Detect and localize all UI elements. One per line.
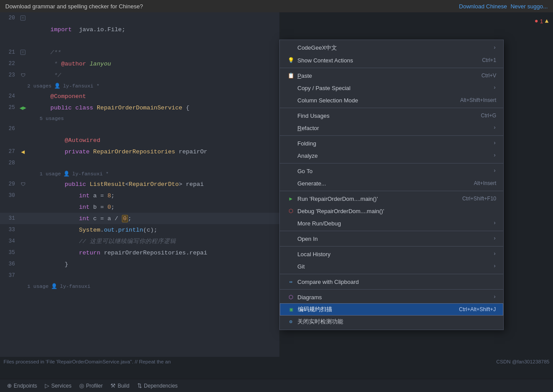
code-line: import java.io.File; — [0, 24, 279, 35]
code-line: 25 ◀ ▶ public class RepairOrderDomainSer… — [0, 102, 279, 113]
build-icon: ⚒ — [110, 382, 116, 389]
code-editor[interactable]: 20 - import java.io.File; 21 - /** 22 * — [0, 12, 279, 367]
run-icon[interactable]: ▶ — [23, 105, 26, 111]
menu-item-folding[interactable]: Folding › — [280, 137, 503, 149]
usage-user: ly-fansuxi — [60, 283, 90, 289]
notification-text: Download grammar and spelling checker fo… — [5, 3, 455, 10]
code-line: 37 — [0, 270, 279, 281]
debug-icon: ⬡ — [287, 208, 295, 214]
never-suggest-link[interactable]: Never suggo... — [510, 3, 548, 10]
menu-item-copy-paste-special[interactable]: Copy / Paste Special › — [280, 82, 503, 94]
arrow-icon: › — [493, 251, 496, 257]
warn-icon: ▲ — [545, 18, 549, 25]
line-num: 35 — [0, 250, 18, 256]
toolbar-label-dependencies: Dependencies — [144, 383, 178, 389]
bulb-icon: 💡 — [287, 57, 295, 64]
endpoints-icon: ⊕ — [7, 382, 12, 389]
menu-item-paste[interactable]: 📋 Paste Ctrl+V — [280, 69, 503, 82]
menu-label-analyze: Analyze — [297, 152, 491, 159]
menu-item-codegee[interactable]: CodeGeeX中文 › — [280, 42, 503, 54]
fold-icon[interactable]: - — [20, 50, 26, 55]
menu-item-find-usages[interactable]: Find Usages Ctrl+G — [280, 109, 503, 122]
toolbar-endpoints[interactable]: ⊕ Endpoints — [4, 381, 40, 391]
menu-item-column-select[interactable]: Column Selection Mode Alt+Shift+Insert — [280, 94, 503, 106]
toolbar-build[interactable]: ⚒ Build — [107, 381, 133, 391]
line-num: 34 — [0, 238, 18, 244]
yellow-indicator: ◀ — [21, 148, 25, 156]
menu-item-realtime[interactable]: ⊙ 关闭实时检测功能 — [280, 316, 503, 328]
fold-icon[interactable]: - — [20, 15, 26, 21]
menu-label-more-run: More Run/Debug — [297, 220, 491, 227]
toolbar-profiler[interactable]: ◎ Profiler — [76, 381, 106, 391]
paste-icon: 📋 — [287, 73, 295, 79]
menu-label-debug: Debug 'RepairOrderDom....main()' — [297, 208, 487, 214]
menu-item-code-scan[interactable]: ▣ 编码规约扫描 Ctrl+Alt+Shift+J — [280, 303, 503, 316]
context-menu: CodeGeeX中文 › 💡 Show Context Actions Ctrl… — [279, 40, 504, 330]
line-num: 27 — [0, 149, 18, 155]
line-gutter: ◀ — [18, 148, 27, 156]
menu-item-goto[interactable]: Go To › — [280, 165, 503, 177]
arrow-icon: › — [493, 168, 496, 174]
arrow-icon: › — [493, 152, 496, 159]
shortcut-run: Ctrl+Shift+F10 — [462, 196, 496, 202]
toolbar-dependencies[interactable]: ⇅ Dependencies — [134, 381, 181, 391]
download-chinese-link[interactable]: Download Chinese — [459, 3, 507, 10]
arrow-icon: › — [493, 236, 496, 242]
menu-label-run: Run 'RepairOrderDom....main()' — [297, 196, 454, 202]
arrow-icon: › — [493, 220, 496, 226]
menu-label-folding: Folding — [297, 140, 491, 147]
menu-label-open-in: Open In — [297, 236, 491, 242]
arrow-icon: › — [493, 294, 496, 300]
toolbar-label-endpoints: Endpoints — [14, 383, 37, 389]
file-processed-bar: Files processed in 'File 'RepairOrderDom… — [0, 357, 553, 367]
menu-label-goto: Go To — [297, 168, 491, 174]
menu-item-show-context[interactable]: 💡 Show Context Actions Ctrl+1 — [280, 54, 503, 66]
separator — [280, 246, 503, 247]
code-line: 27 ◀ private RepairOrderRepositories rep… — [0, 146, 279, 157]
menu-item-compare-clipboard[interactable]: ⇔ Compare with Clipboard — [280, 276, 503, 288]
menu-label-find-usages: Find Usages — [297, 113, 472, 119]
shortcut-code-scan: Ctrl+Alt+Shift+J — [459, 306, 496, 312]
file-processed-text: Files processed in 'File 'RepairOrderDom… — [4, 359, 171, 364]
arrow-icon: › — [493, 125, 496, 131]
menu-item-analyze[interactable]: Analyze › — [280, 149, 503, 162]
error-icon: ● — [535, 18, 538, 25]
menu-item-diagrams[interactable]: ⬡ Diagrams › — [280, 291, 503, 303]
menu-item-refactor[interactable]: Refactor › — [280, 122, 503, 134]
separator — [280, 231, 503, 231]
line-num: 36 — [0, 261, 18, 267]
arrow-icon: › — [493, 263, 496, 269]
line-num: 21 — [0, 49, 18, 55]
line-gutter: 🛡 — [18, 181, 27, 187]
menu-item-debug[interactable]: ⬡ Debug 'RepairOrderDom....main()' — [280, 205, 503, 217]
menu-label-paste: Paste — [297, 73, 472, 79]
diagrams-icon: ⬡ — [287, 294, 295, 301]
line-num: 22 — [0, 61, 18, 67]
line-num: 31 — [0, 215, 18, 221]
line-num: 23 — [0, 72, 18, 78]
line-num: 20 — [0, 15, 18, 21]
usage-text: 1 usage — [27, 283, 48, 289]
menu-label-git: Git — [297, 263, 491, 270]
separator — [280, 108, 503, 108]
menu-item-generate[interactable]: Generate... Alt+Insert — [280, 177, 503, 189]
line-content: public class RepairOrderDomainService { — [27, 98, 279, 118]
bottom-toolbar: ⊕ Endpoints ▷ Services ◎ Profiler ⚒ Buil… — [0, 379, 553, 392]
menu-item-open-in[interactable]: Open In › — [280, 232, 503, 245]
code-line: 36 } — [0, 258, 279, 270]
line-num: 37 — [0, 272, 18, 279]
line-num: 29 — [0, 181, 18, 187]
menu-item-git[interactable]: Git › — [280, 260, 503, 272]
shortcut-generate: Alt+Insert — [474, 180, 496, 186]
green-indicator: ◀ — [19, 104, 23, 112]
menu-label-refactor: Refactor — [297, 125, 491, 131]
toolbar-services[interactable]: ▷ Services — [41, 381, 75, 391]
line-num: 33 — [0, 227, 18, 233]
menu-item-local-history[interactable]: Local History › — [280, 248, 503, 260]
line-gutter: - — [18, 50, 27, 55]
realtime-icon: ⊙ — [287, 319, 295, 325]
line-gutter: 🛡 — [18, 73, 27, 78]
shield-icon: 🛡 — [21, 181, 26, 187]
menu-item-run[interactable]: ▶ Run 'RepairOrderDom....main()' Ctrl+Sh… — [280, 192, 503, 205]
menu-item-more-run-debug[interactable]: More Run/Debug › — [280, 217, 503, 229]
